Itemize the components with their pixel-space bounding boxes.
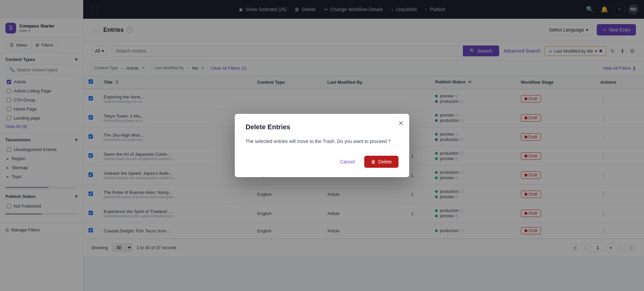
cancel-btn[interactable]: Cancel: [335, 156, 360, 167]
delete-entries-modal: Delete Entries ✕ The selected entries wi…: [235, 114, 409, 177]
modal-body: The selected entries will move to the Tr…: [246, 138, 398, 145]
modal-close-btn[interactable]: ✕: [398, 119, 404, 127]
modal-overlay[interactable]: Delete Entries ✕ The selected entries wi…: [0, 0, 644, 256]
modal-footer: Cancel 🗑 Delete: [246, 156, 398, 168]
confirm-delete-btn[interactable]: 🗑 Delete: [364, 156, 398, 168]
modal-title: Delete Entries: [246, 123, 398, 131]
delete-btn-icon: 🗑: [371, 159, 376, 164]
